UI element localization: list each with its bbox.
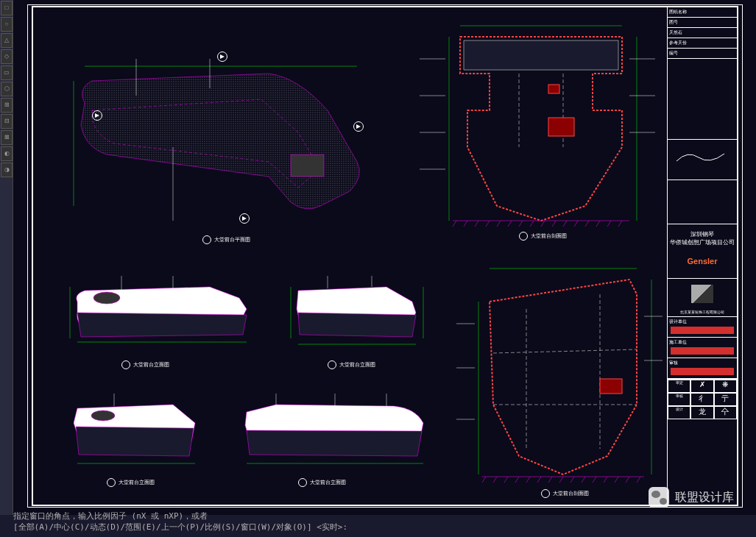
svg-line-17: [508, 221, 512, 227]
tool-button[interactable]: ⊠: [1, 130, 13, 145]
tool-button[interactable]: ◑: [1, 163, 13, 177]
svg-line-67: [548, 477, 552, 483]
view-title: 大堂前台立面图: [107, 478, 155, 487]
tb-row: 图纸名称: [668, 7, 737, 18]
stamp-grid: 审定 ✗ ❋ 审核 彳 亍 设计 龙 㐃: [668, 379, 737, 419]
tool-button[interactable]: ⬡: [1, 82, 13, 96]
tool-button[interactable]: ▭: [1, 65, 13, 80]
tb-row: 参考天份: [668, 38, 737, 49]
svg-line-18: [519, 221, 523, 227]
info-row: 设计单位: [668, 317, 737, 338]
plan-view: [63, 59, 379, 228]
svg-line-62: [493, 477, 497, 483]
svg-line-16: [497, 221, 501, 227]
elevation-view-3: [63, 390, 210, 471]
contractor: 北京某某装饰工程有限公司: [668, 308, 737, 317]
svg-line-68: [559, 477, 563, 483]
svg-rect-9: [548, 118, 574, 136]
drawing-area: 大堂前台平面图: [33, 7, 668, 505]
section-marker: [217, 51, 227, 62]
svg-line-71: [593, 477, 596, 483]
elevation-view-2: [283, 272, 431, 353]
view-title: 大堂前台立面图: [121, 360, 169, 369]
svg-line-14: [475, 221, 478, 227]
view-title: 大堂前台立面图: [298, 478, 346, 487]
tb-row: 天然石: [668, 28, 737, 38]
svg-point-48: [91, 410, 115, 421]
elevation-view-1: [63, 272, 261, 353]
svg-line-21: [552, 221, 556, 227]
project-name: 深圳钢琴 华侨城创想广场项目公司: [668, 224, 737, 252]
svg-line-26: [607, 221, 611, 227]
svg-line-69: [570, 477, 574, 483]
tool-button[interactable]: □: [1, 1, 13, 15]
svg-point-38: [93, 292, 120, 304]
left-toolbar: □ ○ △ ◇ ▭ ⬡ ⊞ ⊟ ⊠ ◐ ◑: [0, 0, 13, 515]
tool-button[interactable]: ⊟: [1, 114, 13, 129]
section-marker: [353, 121, 364, 132]
drawing-canvas[interactable]: 大堂前台平面图: [13, 0, 756, 515]
section-marker: [92, 110, 102, 121]
watermark: 联盟设计库: [649, 487, 734, 508]
svg-line-27: [618, 221, 622, 227]
svg-rect-59: [600, 379, 622, 394]
svg-line-19: [530, 221, 534, 227]
svg-line-70: [582, 477, 585, 483]
svg-line-73: [615, 477, 618, 483]
svg-line-12: [453, 221, 456, 227]
title-block: 图纸名称 图号 天然石 参考天份 编号 深圳钢琴 华侨城创想广场项目公司 Gen…: [667, 7, 737, 505]
command-line[interactable]: 指定窗口的角点，输入比例因子 (nX 或 nXP)，或者 [全部(A)/中心(C…: [13, 511, 347, 533]
svg-line-72: [604, 477, 607, 483]
svg-line-57: [493, 349, 637, 353]
svg-line-63: [504, 477, 508, 483]
info-row: 审核: [668, 358, 737, 379]
svg-line-74: [626, 477, 629, 483]
wechat-icon: [649, 487, 669, 508]
tool-button[interactable]: ◐: [1, 146, 13, 161]
svg-rect-0: [291, 154, 324, 177]
svg-line-24: [585, 221, 589, 227]
section-view-1: [416, 15, 659, 228]
svg-line-15: [486, 221, 490, 227]
tb-row: 编号: [668, 49, 737, 59]
company-logo: [668, 279, 737, 308]
elevation-view-4: [232, 390, 438, 471]
tool-button[interactable]: ◇: [1, 49, 13, 64]
info-row: 施工单位: [668, 338, 737, 358]
tool-button[interactable]: ⊞: [1, 98, 13, 113]
drawing-frame: 大堂前台平面图: [32, 6, 738, 506]
section-view-2: [453, 257, 666, 493]
svg-line-20: [541, 221, 545, 227]
svg-rect-10: [548, 85, 559, 93]
tool-button[interactable]: △: [1, 33, 13, 48]
view-title: 大堂前台剖面图: [519, 232, 567, 241]
svg-line-13: [464, 221, 467, 227]
signature-box: [668, 140, 737, 180]
svg-line-25: [596, 221, 600, 227]
svg-line-75: [637, 477, 640, 483]
brand-logo: Gensler: [668, 252, 737, 270]
svg-line-66: [537, 477, 541, 483]
section-marker: [239, 213, 250, 224]
view-title: 大堂前台剖面图: [541, 489, 589, 498]
tb-row: 图号: [668, 18, 737, 28]
svg-line-23: [574, 221, 578, 227]
svg-line-64: [515, 477, 519, 483]
view-title: 大堂前台立面图: [328, 360, 375, 369]
svg-line-61: [482, 477, 486, 483]
view-title: 大堂前台平面图: [202, 235, 250, 244]
svg-line-65: [526, 477, 530, 483]
svg-line-22: [563, 221, 567, 227]
tool-button[interactable]: ○: [1, 17, 13, 32]
